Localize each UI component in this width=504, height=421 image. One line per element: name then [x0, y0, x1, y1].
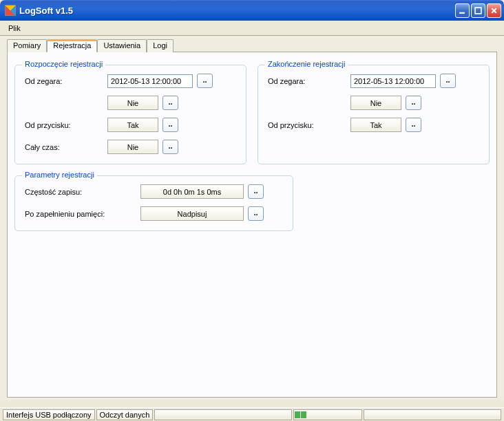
tab-panel: Rozpoczęcie rejestracji Od zegara: Nie O…	[7, 52, 497, 398]
input-start-time[interactable]	[107, 74, 193, 88]
edit-start-time-button[interactable]	[197, 74, 213, 88]
toggle-end-przycisk[interactable]: Tak	[350, 118, 401, 132]
edit-start-przycisk-button[interactable]	[162, 118, 178, 132]
status-progress	[293, 409, 362, 420]
toggle-start-przycisk[interactable]: Tak	[107, 118, 158, 132]
edit-end-przycisk-button[interactable]	[406, 118, 421, 132]
app-icon	[5, 5, 16, 16]
maximize-button[interactable]	[471, 3, 485, 18]
group-params: Parametry rejestracji Częstość zapisu: 0…	[14, 175, 293, 231]
toggle-start-zegar[interactable]: Nie	[107, 96, 158, 110]
progress-block	[295, 411, 300, 418]
status-action: Odczyt danych	[96, 409, 154, 420]
tab-pomiary[interactable]: Pomiary	[7, 39, 47, 52]
edit-end-time-button[interactable]	[440, 74, 456, 88]
label-end-od-zegara: Od zegara:	[268, 77, 350, 85]
label-overflow: Po zapełnieniu pamięci:	[25, 210, 140, 218]
window-buttons	[455, 3, 501, 18]
status-empty-1	[154, 409, 292, 420]
value-frequency[interactable]: 0d 0h 0m 1s 0ms	[140, 184, 244, 199]
label-start-od-zegara: Od zegara:	[25, 77, 107, 85]
close-button[interactable]	[487, 3, 501, 18]
tab-ustawienia[interactable]: Ustawienia	[97, 39, 147, 52]
toggle-caly-czas[interactable]: Nie	[107, 140, 158, 154]
progress-block	[301, 411, 306, 418]
window-title: LogSoft v1.5	[19, 6, 455, 16]
group-end-legend: Zakończenie rejestracji	[265, 60, 348, 68]
group-params-legend: Parametry rejestracji	[22, 171, 97, 179]
group-end: Zakończenie rejestracji Od zegara: Nie O…	[258, 65, 490, 164]
status-empty-2	[364, 409, 501, 420]
toggle-end-zegar[interactable]: Nie	[350, 96, 401, 110]
edit-start-zegar-button[interactable]	[162, 96, 178, 110]
content-area: Pomiary Rejestracja Ustawienia Logi Rozp…	[0, 36, 504, 400]
status-usb: Interfejs USB podłączony	[3, 409, 95, 420]
label-czestosc: Częstość zapisu:	[25, 188, 140, 196]
tab-row: Pomiary Rejestracja Ustawienia Logi	[7, 39, 497, 52]
label-start-od-przycisku: Od przycisku:	[25, 121, 107, 129]
label-end-od-przycisku: Od przycisku:	[268, 121, 350, 129]
edit-end-zegar-button[interactable]	[406, 96, 421, 110]
menu-plik[interactable]: Plik	[4, 23, 25, 34]
tab-rejestracja[interactable]: Rejestracja	[47, 39, 97, 52]
titlebar: LogSoft v1.5	[0, 0, 504, 21]
edit-caly-czas-button[interactable]	[162, 140, 178, 154]
label-caly-czas: Cały czas:	[25, 143, 107, 151]
edit-overflow-button[interactable]	[248, 206, 264, 221]
statusbar: Interfejs USB podłączony Odczyt danych	[0, 407, 504, 421]
svg-rect-1	[475, 8, 481, 14]
edit-frequency-button[interactable]	[248, 184, 264, 199]
input-end-time[interactable]	[350, 74, 436, 88]
value-overflow[interactable]: Nadpisuj	[140, 206, 244, 221]
group-start-legend: Rozpoczęcie rejestracji	[22, 60, 105, 68]
minimize-button[interactable]	[455, 3, 470, 18]
svg-rect-0	[459, 12, 465, 13]
tab-logi[interactable]: Logi	[147, 39, 174, 52]
menubar: Plik	[0, 21, 504, 36]
group-start: Rozpoczęcie rejestracji Od zegara: Nie O…	[14, 65, 246, 164]
